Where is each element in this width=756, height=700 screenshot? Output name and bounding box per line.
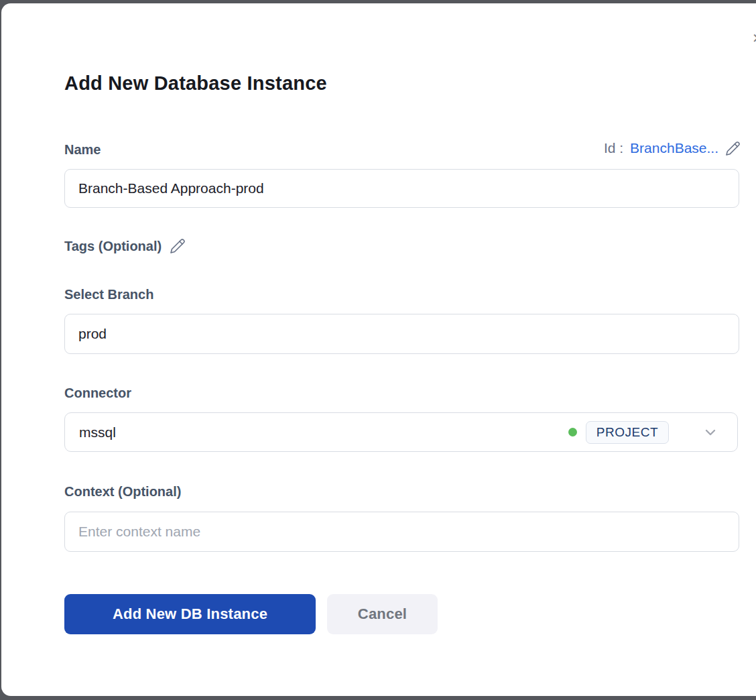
- screen: ✕ Add New Database Instance Name Id : Br…: [0, 0, 756, 700]
- status-dot-icon: [568, 428, 577, 436]
- branch-label: Select Branch: [64, 287, 153, 302]
- edit-tags-icon[interactable]: [170, 238, 186, 254]
- edit-id-icon[interactable]: [725, 141, 741, 156]
- instance-id-row: Id : BranchBase...: [604, 140, 741, 156]
- dialog-title: Add New Database Instance: [64, 72, 327, 95]
- context-input[interactable]: [64, 512, 739, 552]
- id-prefix-label: Id :: [604, 140, 623, 156]
- connector-select[interactable]: mssql PROJECT: [64, 412, 738, 452]
- name-input[interactable]: [64, 169, 739, 208]
- dialog-actions: Add New DB Instance Cancel: [64, 594, 438, 634]
- branch-input[interactable]: [64, 314, 739, 354]
- cancel-button[interactable]: Cancel: [327, 594, 438, 634]
- add-db-instance-button[interactable]: Add New DB Instance: [64, 594, 316, 634]
- add-db-instance-dialog: ✕ Add New Database Instance Name Id : Br…: [1, 3, 756, 696]
- context-label: Context (Optional): [64, 484, 181, 500]
- tags-label: Tags (Optional): [64, 238, 186, 254]
- connector-select-right: PROJECT: [568, 421, 737, 444]
- connector-label: Connector: [64, 386, 131, 401]
- tags-label-text: Tags (Optional): [64, 239, 162, 254]
- connector-scope-badge: PROJECT: [586, 421, 669, 444]
- name-label: Name: [64, 142, 101, 158]
- chevron-down-icon[interactable]: [702, 424, 718, 441]
- connector-value: mssql: [79, 424, 116, 441]
- instance-id-link[interactable]: BranchBase...: [630, 140, 718, 156]
- close-icon[interactable]: ✕: [752, 32, 756, 45]
